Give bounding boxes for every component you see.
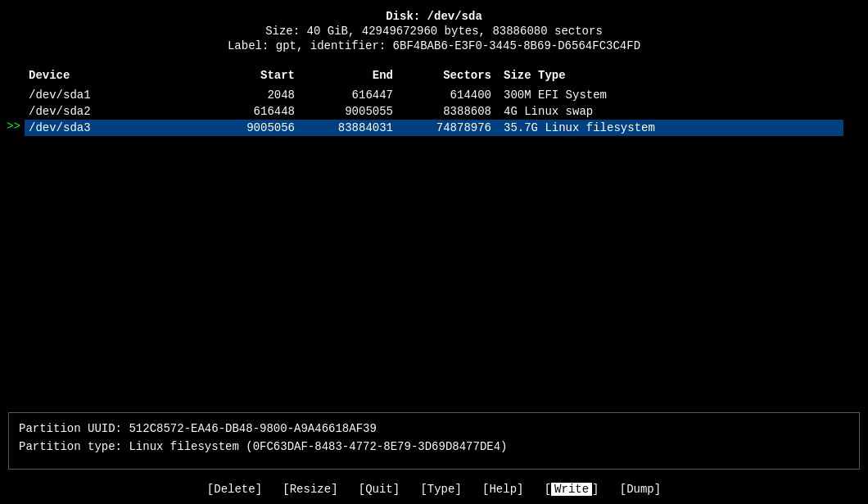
device-col: /dev/sda3: [25, 121, 205, 134]
info-box: Partition UUID: 512C8572-EA46-DB48-9800-…: [8, 412, 860, 470]
table-row[interactable]: /dev/sda2616448900505583886084G Linux sw…: [25, 103, 843, 120]
col-header-size-type: Size Type: [500, 69, 663, 82]
btn-wrapper: [ Dump ]: [599, 483, 662, 496]
btn-quit[interactable]: Quit: [365, 483, 393, 496]
btn-close-bracket: ]: [393, 483, 400, 496]
sectors-col: 74878976: [401, 121, 500, 134]
btn-wrapper: [ Quit ]: [338, 483, 400, 496]
btn-write[interactable]: Write: [551, 483, 592, 496]
btn-open-bracket: [: [359, 483, 365, 496]
btn-close-bracket: ]: [255, 483, 262, 496]
end-col: 616447: [303, 89, 401, 102]
header-section: Disk: /dev/sda Size: 40 GiB, 42949672960…: [0, 0, 868, 61]
btn-open-bracket: [: [482, 483, 489, 496]
buttons-container: [ Delete ] [ Resize ] [ Quit ] [ Type ] …: [207, 483, 661, 496]
btn-dump[interactable]: Dump: [626, 483, 654, 496]
table-row[interactable]: >>/dev/sda39005056838840317487897635.7G …: [25, 120, 843, 136]
btn-wrapper: [ Resize ]: [262, 483, 337, 496]
btn-open-bracket: [: [545, 483, 551, 496]
row-indicator: >>: [7, 120, 20, 133]
table-body: /dev/sda12048616447614400300M EFI System…: [25, 87, 843, 136]
type-col: 4G Linux swap: [500, 105, 663, 118]
end-col: 83884031: [303, 121, 401, 134]
btn-help[interactable]: Help: [489, 483, 517, 496]
btn-wrapper: [ Help ]: [462, 483, 524, 496]
col-header-end: End: [303, 69, 401, 82]
start-col: 2048: [205, 89, 303, 102]
type-col: 300M EFI System: [500, 89, 663, 102]
btn-close-bracket: ]: [592, 483, 599, 496]
device-col: /dev/sda1: [25, 89, 205, 102]
col-header-device: Device: [25, 69, 205, 82]
info-line1: Partition UUID: 512C8572-EA46-DB48-9800-…: [19, 420, 849, 438]
sectors-col: 614400: [401, 89, 500, 102]
btn-open-bracket: [: [620, 483, 626, 496]
disk-label: Label: gpt, identifier: 6BF4BAB6-E3F0-34…: [0, 39, 868, 52]
info-line2: Partition type: Linux filesystem (0FC63D…: [19, 438, 849, 456]
start-col: 616448: [205, 105, 303, 118]
btn-open-bracket: [: [283, 483, 289, 496]
button-bar: [ Delete ] [ Resize ] [ Quit ] [ Type ] …: [0, 476, 868, 504]
table-row[interactable]: /dev/sda12048616447614400300M EFI System: [25, 87, 843, 103]
disk-size: Size: 40 GiB, 42949672960 bytes, 8388608…: [0, 25, 868, 38]
table-header: Device Start End Sectors Size Type: [25, 67, 843, 84]
main-container: Disk: /dev/sda Size: 40 GiB, 42949672960…: [0, 0, 868, 504]
btn-wrapper: [ Delete ]: [207, 483, 262, 496]
type-col: 35.7G Linux filesystem: [500, 121, 663, 134]
col-header-sectors: Sectors: [401, 69, 500, 82]
btn-type[interactable]: Type: [427, 483, 455, 496]
btn-close-bracket: ]: [331, 483, 337, 496]
col-header-start: Start: [205, 69, 303, 82]
btn-close-bracket: ]: [517, 483, 523, 496]
partition-table: Device Start End Sectors Size Type /dev/…: [0, 67, 868, 136]
btn-open-bracket: [: [207, 483, 214, 496]
btn-close-bracket: ]: [454, 483, 461, 496]
disk-title: Disk: /dev/sda: [0, 10, 868, 23]
btn-close-bracket: ]: [654, 483, 661, 496]
btn-wrapper: [ Type ]: [400, 483, 462, 496]
device-col: /dev/sda2: [25, 105, 205, 118]
btn-open-bracket: [: [420, 483, 427, 496]
sectors-col: 8388608: [401, 105, 500, 118]
end-col: 9005055: [303, 105, 401, 118]
btn-wrapper: [ Write ]: [523, 483, 599, 496]
btn-delete[interactable]: Delete: [214, 483, 255, 496]
start-col: 9005056: [205, 121, 303, 134]
btn-resize[interactable]: Resize: [290, 483, 331, 496]
